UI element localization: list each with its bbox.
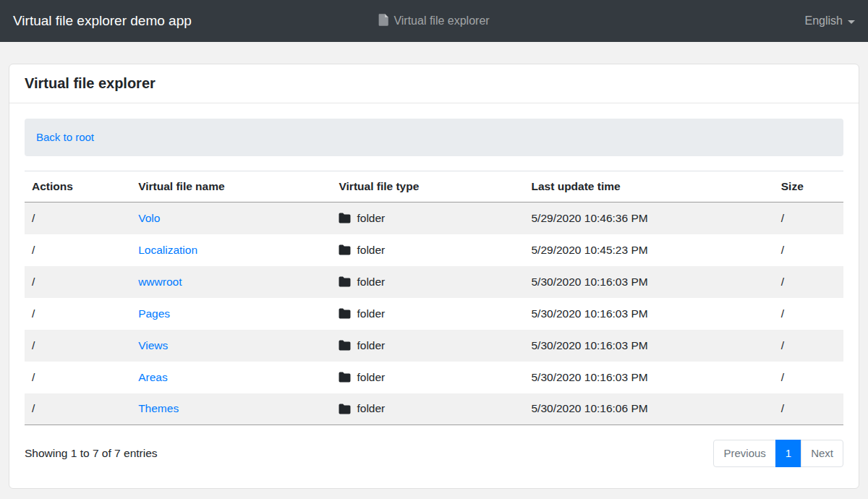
size-cell: / [774, 393, 843, 425]
last-update-cell: 5/29/2020 10:45:23 PM [524, 234, 774, 266]
last-update-cell: 5/29/2020 10:46:36 PM [524, 202, 774, 234]
table-row: / Views folder 5/30/2020 10:16:03 PM / [25, 330, 843, 362]
table-row: / Volo folder 5/29/2020 10:46:36 PM / [25, 202, 843, 234]
file-explorer-card: Virtual file explorer Back to root Actio… [9, 64, 859, 489]
file-type-label: folder [357, 212, 385, 225]
size-cell: / [774, 202, 843, 234]
actions-cell: / [25, 330, 131, 362]
navbar-page-label: Virtual file explorer [393, 14, 489, 27]
folder-icon [339, 244, 351, 255]
file-type-label: folder [357, 371, 385, 384]
file-name-link[interactable]: Views [138, 339, 168, 351]
last-update-cell: 5/30/2020 10:16:03 PM [524, 330, 774, 362]
table-row: / Pages folder 5/30/2020 10:16:03 PM / [25, 298, 843, 330]
table-header-row: Actions Virtual file name Virtual file t… [25, 171, 843, 202]
previous-page-button[interactable]: Previous [713, 440, 775, 467]
file-type-label: folder [357, 307, 385, 320]
file-name-link[interactable]: wwwroot [138, 276, 182, 288]
app-brand[interactable]: Virtual file explorer demo app [13, 13, 192, 29]
card-body: Back to root Actions Virtual file name V… [9, 103, 859, 482]
actions-cell: / [25, 202, 131, 234]
column-header-actions: Actions [25, 171, 131, 202]
table-row: / Areas folder 5/30/2020 10:16:03 PM / [25, 362, 843, 393]
column-header-size: Size [774, 171, 843, 202]
table-row: / Themes folder 5/30/2020 10:16:06 PM / [25, 393, 843, 425]
column-header-file-name: Virtual file name [131, 171, 331, 202]
file-name-link[interactable]: Localization [138, 244, 197, 256]
caret-down-icon [848, 20, 855, 24]
next-page-button[interactable]: Next [801, 440, 843, 467]
page-1-button[interactable]: 1 [775, 440, 801, 467]
navbar: Virtual file explorer demo app Virtual f… [0, 0, 868, 42]
file-name-link[interactable]: Pages [138, 307, 170, 320]
last-update-cell: 5/30/2020 10:16:06 PM [524, 393, 774, 425]
table-footer: Showing 1 to 7 of 7 entries Previous 1 N… [25, 440, 843, 467]
file-type-label: folder [357, 244, 385, 257]
file-name-link[interactable]: Themes [138, 402, 179, 414]
folder-icon [339, 404, 351, 414]
actions-cell: / [25, 266, 131, 298]
table-row: / wwwroot folder 5/30/2020 10:16:03 PM / [25, 266, 843, 298]
language-dropdown[interactable]: English [805, 14, 855, 27]
size-cell: / [774, 266, 843, 298]
language-label: English [805, 14, 843, 27]
file-name-link[interactable]: Areas [138, 371, 168, 383]
column-header-file-type: Virtual file type [331, 171, 524, 202]
folder-icon [339, 308, 351, 319]
pagination: Previous 1 Next [713, 440, 843, 467]
size-cell: / [774, 330, 843, 362]
navbar-page-indicator: Virtual file explorer [378, 14, 489, 29]
file-table: Actions Virtual file name Virtual file t… [25, 171, 843, 425]
size-cell: / [774, 298, 843, 330]
file-type-label: folder [357, 339, 385, 352]
size-cell: / [774, 234, 843, 266]
last-update-cell: 5/30/2020 10:16:03 PM [524, 362, 774, 393]
actions-cell: / [25, 234, 131, 266]
actions-cell: / [25, 393, 131, 425]
folder-icon [339, 340, 351, 351]
breadcrumb: Back to root [25, 119, 843, 156]
back-to-root-link[interactable]: Back to root [36, 131, 94, 143]
last-update-cell: 5/30/2020 10:16:03 PM [524, 266, 774, 298]
table-row: / Localization folder 5/29/2020 10:45:23… [25, 234, 843, 266]
table-body: / Volo folder 5/29/2020 10:46:36 PM / / … [25, 202, 843, 425]
file-type-label: folder [357, 402, 385, 415]
folder-icon [339, 372, 351, 383]
column-header-last-update: Last update time [524, 171, 774, 202]
card-title: Virtual file explorer [9, 64, 859, 103]
size-cell: / [774, 362, 843, 393]
folder-icon [339, 276, 351, 287]
file-icon [378, 14, 388, 29]
last-update-cell: 5/30/2020 10:16:03 PM [524, 298, 774, 330]
actions-cell: / [25, 362, 131, 393]
file-type-label: folder [357, 276, 385, 289]
entries-info: Showing 1 to 7 of 7 entries [25, 447, 158, 460]
file-name-link[interactable]: Volo [138, 212, 160, 224]
actions-cell: / [25, 298, 131, 330]
folder-icon [339, 213, 351, 223]
